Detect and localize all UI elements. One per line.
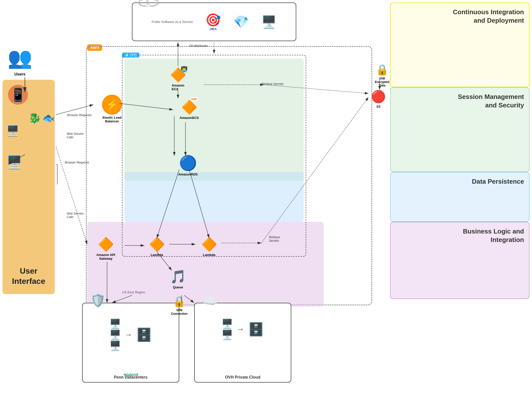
svg-point-2: [147, 0, 158, 6]
git-webhooks-label: Git Webhooks: [189, 44, 208, 48]
users-area: 👥 Users: [7, 46, 32, 77]
region-session: Session Managementand Security: [390, 87, 530, 172]
ui-panel: UserInterface: [2, 80, 55, 294]
web-service-calls-label-1: Web ServiceCalls: [67, 132, 84, 139]
lambda1-service: 🔶 Lambda: [144, 237, 169, 257]
retrieve-secrets-label-1: Retrieve Secrets: [261, 82, 284, 86]
ovh-db: 🗄️: [248, 322, 264, 337]
ui-panel-label: UserInterface: [12, 266, 45, 287]
retrieve-secrets-label-2: RetrieveSecrets: [269, 236, 280, 242]
screen-icon: 🖥️: [261, 15, 277, 29]
vpn-connection: 🔒 VPNConnection: [167, 295, 192, 316]
penn-logo: 🛡️: [90, 293, 106, 308]
penn-db: 🗄️: [136, 327, 152, 342]
elb-service: ⚡ Elastic LoadBalancer: [96, 95, 128, 123]
business-label: Business Logic andIntegration: [463, 227, 524, 244]
browser-requests-label-2: Browser Requests: [65, 161, 89, 164]
cloud-icon: [137, 0, 160, 8]
iam-encrypted-service: 🔒 IAMEncryptedData: [368, 64, 396, 87]
region-business: Business Logic andIntegration: [390, 222, 530, 299]
users-icon: 👥: [7, 46, 32, 70]
web-service-calls-label-2: Web ServiceCalls: [67, 212, 84, 219]
queue-service: 🎵 Queue: [164, 269, 192, 289]
penn-datacenters-box: 🛡️ 🖥️ 🖥️ 🖥️ → 🗄️ ✦talend Penn Datacenter…: [82, 303, 179, 383]
ec2-service: 🔶 👨‍💻 AmazonEC2: [164, 67, 192, 91]
users-label: Users: [14, 72, 25, 77]
rds-service: 🔵 AmazonRDS: [174, 155, 202, 176]
app-icons: 🐉 🐟: [29, 112, 55, 124]
data-label: Data Persistence: [472, 177, 524, 186]
penn-servers: 🖥️ 🖥️ 🖥️: [109, 318, 121, 351]
session-label: Session Managementand Security: [458, 93, 524, 110]
browser-requests-label-1: Browser Requests: [67, 113, 92, 117]
server-icon-ui: 🖥️: [6, 125, 19, 137]
s3-service: 🔴 S3: [368, 90, 388, 108]
jira-icon: 🎯 JIRA: [205, 13, 221, 31]
ci-label: Continuous Integrationand Deployment: [453, 8, 524, 25]
svg-point-0: [139, 0, 159, 7]
ovh-servers: 🖥️ 🖥️: [221, 318, 233, 340]
region-ci: Continuous Integrationand Deployment: [390, 2, 530, 87]
saas-label: Public Software as a Service: [152, 20, 193, 24]
gitlab-icon: 💎: [233, 15, 249, 29]
ovh-label: OVH Private Cloud: [195, 375, 291, 380]
monitor-icon: 🖥️: [6, 155, 22, 170]
lambda2-service: 🔶 Lambda: [197, 237, 222, 257]
us-east-label: US-East Region: [122, 290, 145, 294]
saas-box: Public Software as a Service 🎯 JIRA 💎 🖥️: [132, 2, 296, 41]
ovh-logo: ☁️: [202, 293, 218, 308]
iam-ecs-service: 🔶 IAM AmazonECS: [174, 100, 204, 120]
api-gateway-service: 🔶 Amazon APIGateway: [90, 237, 122, 260]
ovh-box: ☁️ 🖥️ 🖥️ → 🗄️ OVH Private Cloud: [194, 303, 291, 383]
mobile-icon: 📱: [8, 85, 28, 105]
region-data: Data Persistence: [390, 172, 530, 222]
penn-label: Penn Datacenters: [83, 375, 179, 380]
